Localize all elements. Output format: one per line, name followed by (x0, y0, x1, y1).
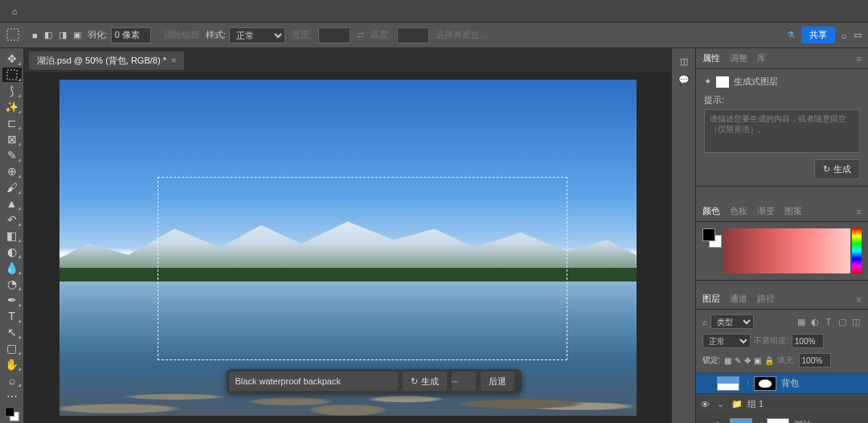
gradient-tool[interactable]: ◐ (2, 244, 22, 259)
select-subject-label[interactable]: 选择并遮住… (436, 29, 489, 41)
tab-swatches[interactable]: 色板 (730, 205, 747, 217)
canvas-area: 湖泊.psd @ 50% (背包, RGB/8) * × ↻生成 ··· 后退 (24, 48, 671, 423)
color-panel (696, 222, 868, 281)
properties-tabs: 属性 调整 库 ≡ (696, 48, 868, 69)
visibility-icon[interactable]: 👁 (714, 421, 725, 424)
generate-button[interactable]: ↻生成 (403, 372, 447, 391)
panel-menu-icon[interactable]: ≡ (857, 294, 862, 304)
filter-shape-icon[interactable]: ▢ (837, 316, 848, 327)
tab-color[interactable]: 颜色 (702, 205, 720, 217)
close-tab-icon[interactable]: × (171, 55, 176, 65)
tab-library[interactable]: 库 (757, 52, 766, 64)
edit-toolbar[interactable]: ⋯ (2, 389, 22, 404)
fill-input[interactable] (799, 353, 831, 368)
document-tabbar: 湖泊.psd @ 50% (背包, RGB/8) * × (24, 48, 671, 72)
opacity-input[interactable] (792, 334, 824, 348)
frame-tool[interactable]: ⊠ (2, 132, 22, 146)
wand-tool[interactable]: ✨ (2, 100, 22, 114)
panel-menu-icon[interactable]: ≡ (857, 207, 862, 216)
stamp-tool[interactable]: ▲ (2, 196, 22, 211)
app-menubar: ⌂ (0, 0, 868, 23)
hint-label: 提示: (704, 94, 860, 106)
blend-select[interactable]: 正常 (702, 334, 751, 348)
search-icon[interactable]: ⌕ (702, 318, 707, 326)
height-label: 高度: (371, 29, 391, 41)
eraser-tool[interactable]: ◧ (2, 228, 22, 243)
color-picker-field[interactable] (723, 228, 850, 273)
crop-tool[interactable]: ⊏ (2, 116, 22, 130)
eyedropper-tool[interactable]: ✎ (2, 148, 22, 162)
document-tab[interactable]: 湖泊.psd @ 50% (背包, RGB/8) * × (29, 51, 184, 70)
lock-position-icon[interactable]: ✥ (744, 356, 751, 365)
lock-pixels-icon[interactable]: ▦ (724, 356, 731, 365)
dodge-tool[interactable]: ◔ (2, 277, 22, 291)
canvas-image: ↻生成 ··· 后退 (59, 80, 637, 416)
tab-properties[interactable]: 属性 (702, 52, 720, 64)
filter-select[interactable]: 类型 (710, 314, 754, 329)
layer-item[interactable]: ⋮ 背包 (696, 373, 868, 394)
heal-tool[interactable]: ⊕ (2, 164, 22, 179)
gen-prompt-input[interactable] (229, 372, 398, 391)
new-selection-icon[interactable]: ■ (32, 31, 38, 40)
feather-label: 羽化: (88, 29, 108, 41)
chevron-down-icon[interactable]: ⌄ (717, 399, 727, 409)
more-button[interactable]: ··· (452, 372, 476, 391)
filter-smart-icon[interactable]: ◫ (850, 316, 862, 327)
workspace-icon[interactable]: ▭ (854, 30, 862, 40)
filter-type-icon[interactable]: T (823, 316, 834, 327)
share-button[interactable]: 共享 (801, 27, 835, 43)
fg-bg-swatch[interactable] (702, 228, 722, 248)
tab-gradients[interactable]: 渐变 (757, 205, 775, 217)
collapsed-panels: ◫ 💬 (671, 48, 695, 423)
flask-icon[interactable]: ⚗ (787, 30, 795, 40)
panel-icon-1[interactable]: ◫ (680, 56, 688, 67)
svg-rect-0 (7, 29, 18, 40)
style-select[interactable]: 正常 (229, 27, 285, 43)
type-tool[interactable]: T (2, 309, 22, 323)
search-icon[interactable]: ⌕ (841, 31, 847, 40)
pen-tool[interactable]: ✒ (2, 293, 22, 307)
history-brush-tool[interactable]: ↶ (2, 212, 22, 227)
generate-main-button[interactable]: ↻生成 (814, 159, 860, 179)
layer-name: 湖泊 (794, 419, 812, 423)
tab-paths[interactable]: 路径 (757, 293, 775, 305)
lock-brush-icon[interactable]: ✎ (735, 356, 741, 365)
hand-tool[interactable]: ✋ (2, 357, 22, 372)
filter-adjust-icon[interactable]: ◐ (809, 316, 821, 327)
back-button[interactable]: 后退 (481, 372, 514, 391)
move-tool[interactable]: ✥ (2, 51, 22, 66)
marquee-tool[interactable] (2, 68, 22, 82)
options-bar: ■ ◧ ◨ ▣ 羽化: 消除锯齿 样式: 正常 宽度: ⇄ 高度: 选择并遮住…… (0, 23, 868, 48)
subtract-selection-icon[interactable]: ◨ (59, 30, 67, 40)
layer-item[interactable]: 👁 ⋮ 湖泊 (696, 415, 868, 423)
layer-thumb (717, 376, 739, 391)
blur-tool[interactable]: 💧 (2, 261, 22, 275)
brush-tool[interactable]: 🖌 (2, 180, 22, 195)
home-icon[interactable]: ⌂ (6, 2, 23, 20)
canvas-viewport[interactable]: ↻生成 ··· 后退 (24, 72, 671, 423)
hue-slider[interactable] (852, 228, 862, 273)
add-selection-icon[interactable]: ◧ (44, 30, 52, 40)
filter-pixel-icon[interactable]: ▦ (796, 316, 807, 327)
tab-layers[interactable]: 图层 (702, 293, 720, 305)
tab-adjust[interactable]: 调整 (730, 52, 747, 64)
lock-all-icon[interactable]: 🔒 (764, 356, 774, 365)
fgbg-swatch[interactable] (2, 405, 22, 423)
visibility-icon[interactable]: 👁 (701, 400, 712, 409)
lasso-tool[interactable]: ⟆ (2, 84, 22, 98)
lock-artboard-icon[interactable]: ▣ (754, 356, 761, 365)
panel-menu-icon[interactable]: ≡ (857, 54, 862, 64)
width-input (318, 27, 350, 43)
feather-input[interactable] (111, 27, 151, 43)
marquee-tool-icon[interactable] (6, 28, 19, 43)
panel-icon-2[interactable]: 💬 (678, 75, 690, 85)
mask-thumb-icon (716, 76, 729, 88)
tab-channels[interactable]: 通道 (730, 293, 747, 305)
prompt-textarea[interactable]: 请描述您要生成的内容，或者随意留空（仅限英语）。 (704, 109, 860, 153)
path-select-tool[interactable]: ↖ (2, 325, 22, 339)
layer-item[interactable]: 👁 ⌄ 📁 组 1 (696, 394, 868, 415)
tab-patterns[interactable]: 图案 (784, 205, 802, 217)
zoom-tool[interactable]: ⌕ (2, 373, 22, 388)
intersect-selection-icon[interactable]: ▣ (73, 30, 81, 40)
shape-tool[interactable]: ▢ (2, 341, 22, 355)
